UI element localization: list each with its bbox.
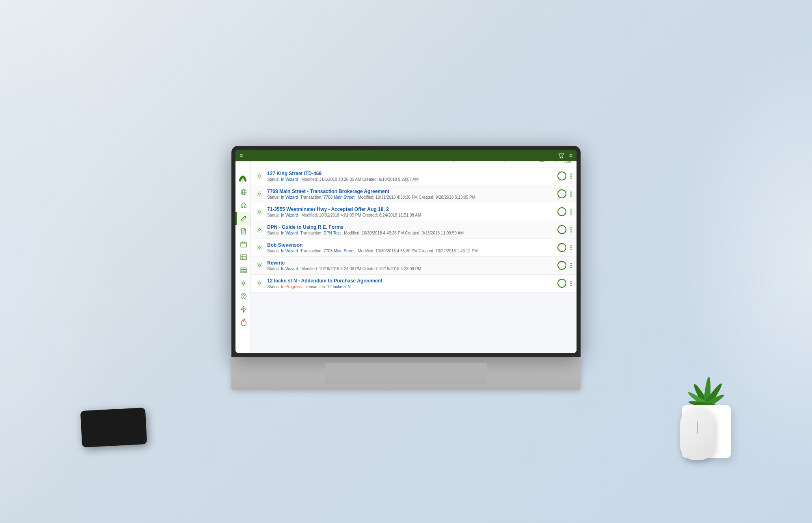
table-row: 12 locke st N - Addendum to Purchase Agr… [251, 275, 577, 293]
doc-select-circle-2[interactable] [557, 189, 566, 198]
svg-rect-14 [241, 242, 246, 247]
svg-point-40 [259, 229, 261, 231]
brand-name: AuthentiSIGN® [257, 161, 309, 163]
svg-rect-24 [241, 271, 246, 273]
doc-meta: Status: In Wizard Transaction: 7708 Main… [267, 249, 554, 253]
sidebar-item-document[interactable] [235, 225, 251, 238]
doc-select-circle-3[interactable] [557, 207, 566, 216]
doc-meta: Status: In Wizard Modified: 11/1/2018 10… [267, 177, 554, 182]
sidebar-item-help[interactable] [235, 290, 251, 303]
svg-point-7 [561, 157, 563, 158]
doc-menu-dots-2[interactable] [570, 191, 572, 197]
doc-select-circle-7[interactable] [557, 279, 566, 288]
svg-point-39 [259, 211, 261, 213]
trash-icon[interactable] [537, 161, 547, 164]
doc-title[interactable]: Rewrite [267, 260, 554, 266]
table-row: Bob Stevenson Status: In Wizard Transact… [251, 239, 577, 257]
doc-select-circle-5[interactable] [557, 243, 566, 252]
table-row: Rewrite Status: In Wizard Modified: 10/1… [251, 257, 577, 275]
doc-title[interactable]: DPN - Guide to Using R.E. Forms [267, 224, 554, 230]
add-button[interactable]: + Add [564, 161, 571, 164]
table-row: 7708 Main Street - Transaction Brokerage… [251, 185, 577, 203]
svg-point-41 [259, 247, 261, 249]
doc-meta: Status: In Wizard Transaction: 7708 Main… [267, 195, 554, 200]
svg-point-42 [259, 265, 261, 267]
doc-menu-dots-6[interactable] [570, 262, 572, 269]
doc-title[interactable]: 127 King Street ITD-469 [267, 171, 554, 176]
sidebar-item-settings[interactable] [235, 277, 251, 290]
sidebar-item-list[interactable] [235, 264, 251, 277]
doc-meta: Status: In Wizard Modified: 10/31/2018 4… [267, 213, 554, 217]
doc-title[interactable]: 7708 Main Street - Transaction Brokerage… [267, 189, 554, 194]
laptop-device: ≡ ≡ [231, 146, 581, 390]
sidebar-item-lightning[interactable] [235, 303, 251, 316]
doc-gear-icon-2[interactable] [255, 189, 264, 198]
filter-icon[interactable] [509, 161, 520, 164]
table-row: DPN - Guide to Using R.E. Forms Status: … [251, 221, 577, 239]
doc-menu-dots-4[interactable] [570, 226, 572, 233]
svg-point-27 [243, 297, 244, 298]
sidebar-item-globe[interactable] [235, 186, 251, 199]
main-content: AuthentiSIGN® [251, 161, 577, 353]
top-cart-icon[interactable] [558, 153, 564, 158]
top-menu-right-icon[interactable]: ≡ [569, 152, 572, 159]
sidebar-item-table[interactable] [235, 251, 251, 264]
svg-point-37 [259, 175, 261, 177]
top-navbar: ≡ ≡ [235, 150, 577, 161]
document-list: 127 King Street ITD-469 Status: In Wizar… [251, 167, 577, 353]
top-menu-icon[interactable]: ≡ [240, 152, 243, 159]
search-input[interactable] [453, 161, 506, 163]
app-header: AuthentiSIGN® [251, 161, 577, 167]
doc-title[interactable]: 12 locke st N - Addendum to Purchase Agr… [267, 278, 554, 284]
phone-device [80, 408, 147, 447]
doc-gear-icon-7[interactable] [255, 279, 264, 288]
doc-select-circle-1[interactable] [557, 171, 566, 180]
doc-gear-icon-1[interactable] [255, 171, 264, 180]
doc-gear-icon-6[interactable] [255, 261, 264, 270]
svg-rect-18 [241, 255, 246, 260]
svg-point-43 [259, 282, 261, 284]
mouse-device [680, 407, 715, 460]
doc-meta: Status: In Wizard Modified: 10/19/2018 4… [267, 267, 554, 271]
svg-point-38 [259, 193, 261, 195]
sidebar-item-home[interactable] [235, 199, 251, 212]
doc-gear-icon-4[interactable] [255, 225, 264, 234]
sidebar [235, 161, 251, 353]
doc-menu-dots-3[interactable] [570, 208, 572, 215]
doc-gear-icon-3[interactable] [255, 207, 264, 216]
doc-title[interactable]: Bob Stevenson [267, 242, 554, 248]
sort-icon[interactable] [523, 161, 533, 164]
table-row: 71-3555 Westminster Hwy - Accepted Offer… [251, 203, 577, 221]
svg-rect-23 [241, 269, 246, 271]
doc-menu-dots-1[interactable] [570, 173, 572, 180]
doc-gear-icon-5[interactable] [255, 243, 264, 252]
svg-point-6 [559, 157, 561, 158]
brand-logo-icon [238, 175, 247, 183]
svg-point-25 [243, 282, 245, 284]
doc-meta: Status: In Wizard Transaction: DPN Test … [267, 231, 554, 235]
doc-meta: Status: In Progress Transaction: 12 lock… [267, 284, 554, 289]
doc-select-circle-4[interactable] [557, 225, 566, 234]
sidebar-item-edit[interactable] [235, 212, 251, 225]
circle-icon[interactable] [551, 161, 561, 164]
svg-rect-22 [241, 268, 246, 269]
doc-select-circle-6[interactable] [557, 261, 566, 270]
doc-menu-dots-7[interactable] [570, 280, 572, 287]
sidebar-item-fire[interactable] [235, 316, 251, 329]
table-row: 127 King Street ITD-469 Status: In Wizar… [251, 167, 577, 185]
doc-menu-dots-5[interactable] [570, 244, 572, 251]
doc-title[interactable]: 71-3555 Westminster Hwy - Accepted Offer… [267, 206, 554, 212]
sidebar-item-calendar[interactable] [235, 238, 251, 251]
